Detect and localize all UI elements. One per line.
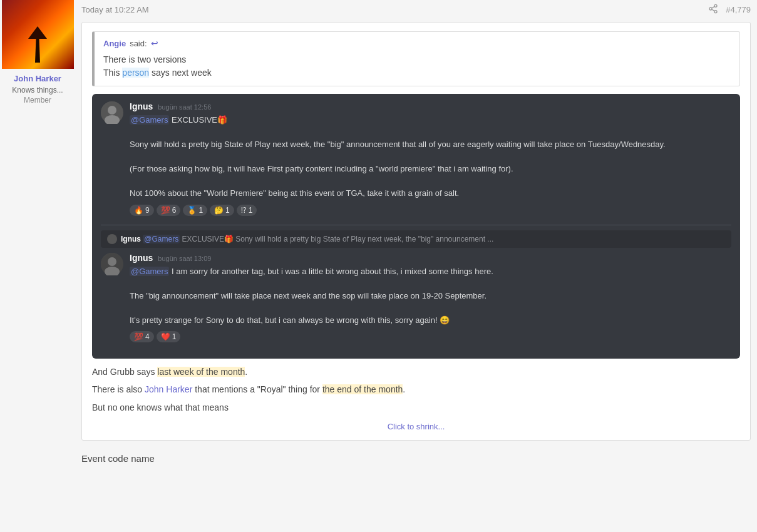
quote-line2: This person says next week xyxy=(103,66,731,79)
reaction-medal: 🏅 1 xyxy=(183,205,207,216)
svg-line-3 xyxy=(712,9,715,11)
embed-line1-2: I am sorry for another tag, but i was a … xyxy=(172,267,493,276)
embed-line3-1: Not 100% about the "World Premiere" bein… xyxy=(130,188,459,198)
svg-point-9 xyxy=(108,257,116,266)
john-harker-link[interactable]: John Harker xyxy=(145,384,192,394)
embed-avatar-2 xyxy=(101,253,123,275)
user-role: Member xyxy=(24,96,51,105)
embed-screenshot: Ignus bugün saat 12:56 @Gamers EXCLUSIVE… xyxy=(92,94,740,359)
reply-icon[interactable]: ↩ xyxy=(151,38,158,48)
embed-text-2: @Gamers I am sorry for another tag, but … xyxy=(130,265,731,327)
username[interactable]: John Harker xyxy=(14,74,61,83)
share-icon[interactable] xyxy=(708,4,718,16)
reaction-exclaim: ⁉ 1 xyxy=(237,205,257,216)
embed-exclusive-1: EXCLUSIVE🎁 xyxy=(172,115,227,125)
embed-reply-text: Ignus @Gamers EXCLUSIVE🎁 Sony will hold … xyxy=(121,235,493,243)
embed-timestamp-2: bugün saat 13:09 xyxy=(158,255,211,262)
user-title: Knows things... xyxy=(12,86,63,95)
svg-point-0 xyxy=(714,4,717,7)
post-line2: There is also John Harker that mentions … xyxy=(92,382,740,396)
post-line1: And Grubb says last week of the month. xyxy=(92,365,740,379)
svg-point-6 xyxy=(108,106,116,115)
embed-line2-2: The "big announcement" will take place n… xyxy=(130,291,487,300)
embed-username-2: Ignus xyxy=(130,253,153,263)
mini-avatar xyxy=(107,234,117,244)
svg-point-2 xyxy=(714,11,717,13)
embed-avatar-1 xyxy=(101,101,123,124)
click-shrink-button[interactable]: Click to shrink... xyxy=(92,418,740,431)
embed-line2-1: (For those asking how big, it will have … xyxy=(130,164,513,173)
main-content: Today at 10:22 AM #4,779 Angie said: xyxy=(75,0,757,532)
post-header: Today at 10:22 AM #4,779 xyxy=(81,0,751,22)
quote-block: Angie said: ↩ There is two versions This… xyxy=(92,31,740,86)
post-number: #4,779 xyxy=(726,5,751,14)
post-timestamp: Today at 10:22 AM xyxy=(81,5,149,14)
embed-msg-2: Ignus bugün saat 13:09 @Gamers I am sorr… xyxy=(101,253,731,343)
quote-attribution: Angie said: ↩ xyxy=(103,38,731,48)
embed-msg-2-header: Ignus bugün saat 13:09 xyxy=(130,253,731,263)
quote-line1: There is two versions xyxy=(103,53,731,66)
quote-author[interactable]: Angie xyxy=(103,39,126,48)
embed-divider xyxy=(101,225,731,225)
embed-timestamp-1: bugün saat 12:56 xyxy=(158,103,211,111)
reaction-fire: 🔥 9 xyxy=(130,205,154,216)
post-block: Angie said: ↩ There is two versions This… xyxy=(81,22,751,441)
embed-line1-1: Sony will hold a pretty big State of Pla… xyxy=(130,140,666,149)
embed-msg-1: Ignus bugün saat 12:56 @Gamers EXCLUSIVE… xyxy=(101,101,731,216)
embed-msg-2-content: Ignus bugün saat 13:09 @Gamers I am sorr… xyxy=(130,253,731,343)
quote-text: There is two versions This person says n… xyxy=(103,53,731,79)
embed-mention-2: @Gamers xyxy=(130,267,169,276)
svg-point-1 xyxy=(709,8,712,10)
embed-reactions-2: 💯 4 ❤️ 1 xyxy=(130,331,731,342)
reaction-think: 🤔 1 xyxy=(210,205,234,216)
embed-msg-1-header: Ignus bugün saat 12:56 xyxy=(130,101,731,111)
reaction-heart-2: ❤️ 1 xyxy=(157,331,181,342)
svg-line-4 xyxy=(712,6,715,8)
reaction-100-2: 💯 4 xyxy=(130,331,154,342)
embed-reply-bar: Ignus @Gamers EXCLUSIVE🎁 Sony will hold … xyxy=(101,230,731,248)
quote-said: said: xyxy=(130,39,147,48)
post-line3: But no one knows what that means xyxy=(92,401,740,414)
embed-text-1: @Gamers EXCLUSIVE🎁 Sony will hold a pret… xyxy=(130,114,731,200)
reaction-100: 💯 6 xyxy=(157,205,181,216)
embed-mention-1: @Gamers xyxy=(130,115,169,125)
sidebar: John Harker Knows things... Member xyxy=(0,0,75,532)
bottom-label: Event code name xyxy=(81,447,751,468)
embed-line3-2: It's pretty strange for Sony to do that,… xyxy=(130,315,450,325)
avatar xyxy=(2,0,74,69)
embed-username-1: Ignus xyxy=(130,101,153,111)
embed-reactions-1: 🔥 9 💯 6 🏅 1 🤔 1 ⁉ 1 xyxy=(130,205,731,216)
embed-msg-1-content: Ignus bugün saat 12:56 @Gamers EXCLUSIVE… xyxy=(130,101,731,216)
